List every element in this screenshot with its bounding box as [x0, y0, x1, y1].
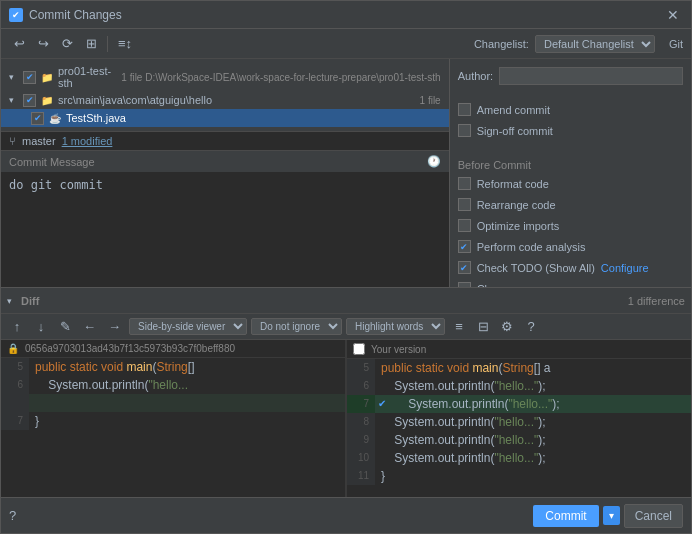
cleanup-row: Cleanup — [458, 280, 683, 287]
line-content — [29, 394, 345, 412]
tree-item-root[interactable]: ▾ ✔ 📁 pro01-test-sth 1 file D:\WorkSpace… — [1, 63, 449, 91]
checktodo-row: ✔ Check TODO (Show All) Configure — [458, 259, 683, 276]
left-arrow-btn[interactable]: ← — [79, 317, 100, 336]
columns-icon[interactable]: ⊟ — [473, 317, 493, 336]
commit-message-label: Commit Message — [9, 156, 95, 168]
checktodo-checkbox[interactable]: ✔ — [458, 261, 471, 274]
line-content: public static void main(String[] a — [375, 359, 691, 377]
redo-button[interactable]: ↪ — [33, 34, 53, 53]
arrow-icon: ▾ — [9, 95, 19, 105]
reformat-row: Reformat code — [458, 175, 683, 192]
line-content: } — [375, 467, 691, 485]
tree-item-info: 1 file D:\WorkSpace-IDEA\work-space-for-… — [121, 72, 440, 83]
line-num: 9 — [347, 431, 375, 449]
diff-collapse-arrow[interactable]: ▾ — [7, 296, 17, 306]
checkbox-root[interactable]: ✔ — [23, 71, 36, 84]
arrow-icon: ▾ — [9, 72, 19, 82]
commit-message-input[interactable]: do git commit — [1, 172, 449, 287]
tree-item-file[interactable]: ✔ ☕ TestSth.java — [1, 109, 449, 127]
line-num: 11 — [347, 467, 375, 485]
reformat-checkbox[interactable] — [458, 177, 471, 190]
diff-hash-bar: 🔒 0656a9703013ad43b7f13c5973b93c7f0beff8… — [1, 340, 345, 358]
diff-title: Diff — [21, 295, 39, 307]
diff-right-lines: 5 public static void main(String[] a 6 S… — [347, 359, 691, 497]
branch-bar: ⑂ master 1 modified — [1, 132, 449, 151]
rearrange-checkbox[interactable] — [458, 198, 471, 211]
tree-item-src[interactable]: ▾ ✔ 📁 src\main\java\com\atguigu\hello 1 … — [1, 91, 449, 109]
changelist-select[interactable]: Default Changelist — [535, 35, 655, 53]
arrow-up-btn[interactable]: ↑ — [7, 317, 27, 336]
diff-line: 5 public static void main(String[] — [1, 358, 345, 376]
checkbox-src[interactable]: ✔ — [23, 94, 36, 107]
action-buttons: Commit ▾ Cancel — [533, 504, 683, 528]
checkbox-file[interactable]: ✔ — [31, 112, 44, 125]
java-file-icon: ☕ — [48, 111, 62, 125]
main-content: ▾ ✔ 📁 pro01-test-sth 1 file D:\WorkSpace… — [1, 59, 691, 287]
right-arrow-btn[interactable]: → — [104, 317, 125, 336]
close-button[interactable]: ✕ — [663, 7, 683, 23]
commit-changes-window: ✔ Commit Changes ✕ ↩ ↪ ⟳ ⊞ ≡↕ Changelist… — [0, 0, 692, 534]
title-bar-left: ✔ Commit Changes — [9, 8, 122, 22]
diff-line: 11 } — [347, 467, 691, 485]
ignore-select[interactable]: Do not ignore — [251, 318, 342, 335]
line-content: System.out.println("hello..."); — [375, 449, 691, 467]
diff-right-panel: Your version 5 public static void main(S… — [345, 340, 691, 497]
line-num: 8 — [347, 413, 375, 431]
arrow-down-btn[interactable]: ↓ — [31, 317, 51, 336]
left-panel: ▾ ✔ 📁 pro01-test-sth 1 file D:\WorkSpace… — [1, 59, 450, 287]
highlight-select[interactable]: Highlight words — [346, 318, 445, 335]
diff-hash: 0656a9703013ad43b7f13c5973b93c7f0beff880 — [25, 343, 235, 354]
settings-icon[interactable]: ≡ — [449, 317, 469, 336]
cancel-button[interactable]: Cancel — [624, 504, 683, 528]
signoff-label: Sign-off commit — [477, 125, 553, 137]
configure-link[interactable]: Configure — [601, 262, 649, 274]
author-input[interactable] — [499, 67, 683, 85]
amend-commit-row: Amend commit — [458, 101, 683, 118]
commit-message-section: Commit Message 🕐 do git commit — [1, 151, 449, 287]
diff-left-lines: 5 public static void main(String[] 6 Sys… — [1, 358, 345, 497]
edit-btn[interactable]: ✎ — [55, 317, 75, 336]
perform-label: Perform code analysis — [477, 241, 586, 253]
expand-button[interactable]: ⊞ — [81, 34, 101, 53]
help-button[interactable]: ? — [9, 508, 16, 523]
changelist-label: Changelist: — [474, 38, 529, 50]
optimize-checkbox[interactable] — [458, 219, 471, 232]
commit-button[interactable]: Commit — [533, 505, 598, 527]
sort-button[interactable]: ≡↕ — [114, 34, 136, 53]
help-diff-icon[interactable]: ? — [521, 317, 541, 336]
diff-section: ▾ Diff 1 difference ↑ ↓ ✎ ← → Side-by-si… — [1, 287, 691, 497]
commit-message-header: Commit Message 🕐 — [1, 151, 449, 172]
line-content: System.out.println("hello..."); — [375, 431, 691, 449]
tree-item-name: TestSth.java — [66, 112, 441, 124]
line-num: 7 — [1, 412, 29, 430]
lock-icon: 🔒 — [7, 343, 19, 354]
gear-icon[interactable]: ⚙ — [497, 317, 517, 336]
window-title: Commit Changes — [29, 8, 122, 22]
perform-row: ✔ Perform code analysis — [458, 238, 683, 255]
check-icon: ✔ — [375, 395, 389, 413]
diff-options-bar: ↑ ↓ ✎ ← → Side-by-side viewer Do not ign… — [1, 314, 691, 340]
line-num: 6 — [347, 377, 375, 395]
signoff-checkbox[interactable] — [458, 124, 471, 137]
diff-line: 6 System.out.println("hello..."); — [347, 377, 691, 395]
tree-item-name: src\main\java\com\atguigu\hello — [58, 94, 416, 106]
toolbar-right: Changelist: Default Changelist Git — [474, 35, 683, 53]
diff-line-added: 7 ✔ System.out.println("hello..."); — [347, 395, 691, 413]
viewer-select[interactable]: Side-by-side viewer — [129, 318, 247, 335]
line-num: 10 — [347, 449, 375, 467]
amend-checkbox[interactable] — [458, 103, 471, 116]
line-num: 7 — [347, 395, 375, 413]
refresh-button[interactable]: ⟳ — [57, 34, 77, 53]
branch-icon: ⑂ — [9, 135, 16, 147]
diff-line: 8 System.out.println("hello..."); — [347, 413, 691, 431]
perform-checkbox[interactable]: ✔ — [458, 240, 471, 253]
bottom-bar: ? Commit ▾ Cancel — [1, 497, 691, 533]
diff-line: 7 } — [1, 412, 345, 430]
line-num: 6 — [1, 376, 29, 394]
modified-badge[interactable]: 1 modified — [62, 135, 113, 147]
title-bar: ✔ Commit Changes ✕ — [1, 1, 691, 29]
tree-item-name: pro01-test-sth — [58, 65, 117, 89]
undo-button[interactable]: ↩ — [9, 34, 29, 53]
commit-dropdown-button[interactable]: ▾ — [603, 506, 620, 525]
your-version-checkbox[interactable] — [353, 343, 365, 355]
